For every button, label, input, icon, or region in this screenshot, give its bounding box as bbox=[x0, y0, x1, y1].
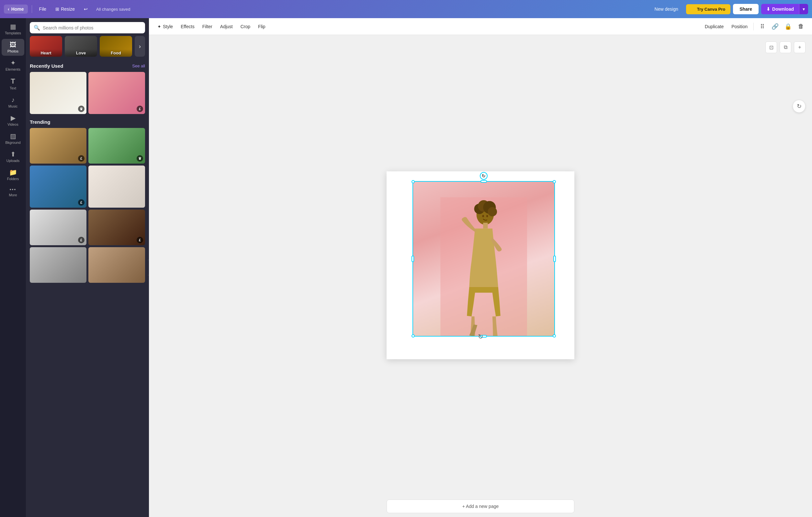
photo-thumb-leaf[interactable]: ♛ bbox=[30, 72, 86, 114]
sidebar-item-more[interactable]: ••• More bbox=[2, 185, 24, 199]
flip-button[interactable]: Flip bbox=[255, 22, 269, 31]
new-design-button[interactable]: New design bbox=[649, 4, 684, 14]
search-bar-wrap: 🔍 bbox=[26, 18, 149, 36]
link-button[interactable]: 🔗 bbox=[769, 21, 781, 32]
sidebar-item-videos[interactable]: ▶ Videos bbox=[2, 112, 24, 129]
duplicate-toolbar-button[interactable]: Duplicate bbox=[702, 22, 727, 31]
category-chip-heart[interactable]: Heart bbox=[30, 36, 62, 57]
text-icon: T bbox=[11, 78, 15, 85]
photo-thumb-sink[interactable]: £ bbox=[30, 210, 86, 245]
add-new-page-button[interactable]: + Add a new page bbox=[386, 499, 574, 513]
photo-thumb-man-apron[interactable] bbox=[88, 247, 145, 283]
chevron-down-icon: ▾ bbox=[803, 6, 805, 12]
canvas-top-actions: ⊡ ⧉ + bbox=[765, 42, 806, 53]
photo-badge-pound-3: £ bbox=[78, 237, 85, 243]
editor-area: ✦ Style Effects Filter Adjust Crop Flip … bbox=[149, 18, 812, 517]
photo-thumb-flowers[interactable]: £ bbox=[88, 72, 145, 114]
download-group: ⬇ Download ▾ bbox=[761, 4, 808, 14]
canvas-right-actions: ↻ bbox=[792, 100, 806, 113]
try-pro-button[interactable]: ♛ Try Canva Pro bbox=[686, 4, 730, 14]
scroll-right-arrow[interactable]: › bbox=[135, 36, 145, 57]
duplicate-page-button[interactable]: ⧉ bbox=[780, 42, 791, 53]
svg-point-7 bbox=[483, 215, 484, 217]
share-button[interactable]: Share bbox=[733, 4, 759, 14]
grid-dots-icon: ⠿ bbox=[760, 23, 764, 30]
templates-icon: ▦ bbox=[10, 23, 16, 30]
style-button[interactable]: ✦ Style bbox=[154, 22, 176, 31]
position-button[interactable]: Position bbox=[728, 22, 751, 31]
canvas-page: ↻ ↻ bbox=[386, 171, 574, 359]
rotate-handle-bottom[interactable]: ↻ bbox=[478, 333, 483, 341]
adjust-button[interactable]: Adjust bbox=[217, 22, 236, 31]
copy-page-button[interactable]: ⊡ bbox=[765, 42, 777, 53]
category-chip-love[interactable]: Love bbox=[65, 36, 97, 57]
sidebar-item-text[interactable]: T Text bbox=[2, 75, 24, 93]
file-menu-button[interactable]: File bbox=[36, 4, 50, 13]
selected-image-frame[interactable]: ↻ bbox=[412, 181, 555, 336]
music-icon: ♪ bbox=[11, 97, 14, 103]
style-icon: ✦ bbox=[157, 24, 161, 29]
crown-icon: ♛ bbox=[691, 7, 695, 12]
handle-middle-left[interactable] bbox=[411, 255, 414, 262]
photo-thumb-picnic[interactable]: ♛ bbox=[88, 128, 145, 164]
sidebar-item-templates[interactable]: ▦ Templates bbox=[2, 21, 24, 37]
recently-used-section: Recently Used See all ♛ £ bbox=[26, 61, 149, 117]
download-button[interactable]: ⬇ Download bbox=[761, 4, 799, 14]
add-page-top-button[interactable]: + bbox=[794, 42, 806, 53]
elements-icon: ✦ bbox=[10, 60, 16, 66]
folders-icon: 📁 bbox=[9, 169, 17, 175]
trending-section: Trending £ ♛ £ £ £ bbox=[26, 117, 149, 285]
sidebar-item-folders[interactable]: 📁 Folders bbox=[2, 166, 24, 183]
trending-grid: £ ♛ £ £ £ bbox=[30, 128, 145, 283]
see-all-button[interactable]: See all bbox=[132, 63, 145, 69]
sidebar-item-photos[interactable]: 🖼 Photos bbox=[2, 39, 24, 56]
photo-badge-pound-2: £ bbox=[78, 199, 85, 206]
photo-thumb-earth[interactable]: £ bbox=[30, 166, 86, 208]
add-page-bar: + Add a new page bbox=[149, 496, 812, 517]
plus-icon: + bbox=[798, 45, 801, 50]
refresh-image-button[interactable]: ↻ bbox=[792, 100, 806, 113]
resize-button[interactable]: ⊞ Resize bbox=[52, 4, 78, 13]
grid-dots-button[interactable]: ⠿ bbox=[756, 21, 768, 32]
search-input[interactable] bbox=[43, 25, 141, 30]
chevron-left-icon: ‹ bbox=[8, 6, 9, 12]
photo-thumb-cooking[interactable]: £ bbox=[30, 128, 86, 164]
sidebar-item-uploads[interactable]: ⬆ Uploads bbox=[2, 148, 24, 165]
trash-icon: 🗑 bbox=[798, 23, 804, 30]
handle-top-left[interactable] bbox=[411, 180, 415, 183]
filter-button[interactable]: Filter bbox=[199, 22, 215, 31]
home-button[interactable]: ‹ Home bbox=[4, 4, 28, 13]
photos-panel: 🔍 Heart Love Food › Recently Used bbox=[26, 18, 149, 517]
photo-thumb-woman-white[interactable] bbox=[88, 166, 145, 208]
resize-icon: ⊞ bbox=[55, 6, 59, 12]
sidebar-item-elements[interactable]: ✦ Elements bbox=[2, 57, 24, 74]
svg-rect-6 bbox=[483, 222, 488, 228]
svg-point-5 bbox=[488, 207, 497, 216]
icon-sidebar: ▦ Templates 🖼 Photos ✦ Elements T Text ♪… bbox=[0, 18, 26, 517]
download-chevron-button[interactable]: ▾ bbox=[799, 4, 808, 14]
handle-middle-right[interactable] bbox=[553, 255, 556, 262]
delete-button[interactable]: 🗑 bbox=[795, 21, 807, 32]
trending-header: Trending bbox=[30, 119, 145, 125]
rotate-handle-top[interactable]: ↻ bbox=[480, 172, 488, 180]
refresh-icon: ↻ bbox=[797, 103, 802, 110]
handle-bottom-left[interactable] bbox=[411, 334, 415, 337]
photo-thumb-grid-pattern[interactable] bbox=[30, 247, 86, 283]
handle-bottom-right[interactable] bbox=[553, 334, 556, 337]
handle-top-center[interactable] bbox=[481, 180, 487, 183]
photo-thumb-fireplace[interactable]: £ bbox=[88, 210, 145, 245]
undo-button[interactable]: ↩ bbox=[81, 4, 91, 13]
undo-icon: ↩ bbox=[84, 6, 88, 12]
sidebar-item-background[interactable]: ▨ Bkground bbox=[2, 130, 24, 147]
woman-svg bbox=[440, 197, 527, 336]
crop-button[interactable]: Crop bbox=[237, 22, 254, 31]
category-chip-food[interactable]: Food bbox=[100, 36, 132, 57]
top-navigation: ‹ Home File ⊞ Resize ↩ All changes saved… bbox=[0, 0, 812, 18]
canvas-viewport[interactable]: ⊡ ⧉ + bbox=[149, 35, 812, 496]
lock-button[interactable]: 🔒 bbox=[782, 21, 794, 32]
sidebar-item-music[interactable]: ♪ Music bbox=[2, 94, 24, 111]
photo-badge-pound-4: £ bbox=[137, 237, 143, 243]
effects-button[interactable]: Effects bbox=[177, 22, 198, 31]
panel-collapse-button[interactable]: ‹ bbox=[148, 260, 149, 275]
handle-top-right[interactable] bbox=[553, 180, 556, 183]
